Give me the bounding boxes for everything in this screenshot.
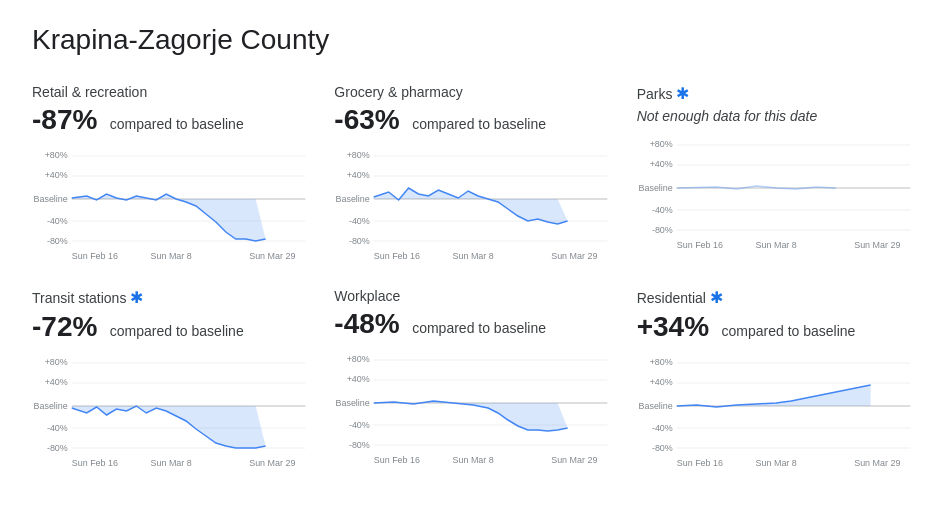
svg-text:Sun Mar 29: Sun Mar 29 <box>854 458 900 468</box>
svg-text:-80%: -80% <box>47 443 68 453</box>
residential-chart: +80% +40% Baseline -40% -80% Sun Feb 16 … <box>637 351 915 471</box>
parks-title-text: Parks <box>637 86 673 102</box>
cards-grid: Retail & recreation -87% compared to bas… <box>32 80 915 475</box>
svg-text:Baseline: Baseline <box>33 401 67 411</box>
svg-text:Sun Mar 8: Sun Mar 8 <box>453 251 494 261</box>
card-transit: Transit stations ✱ -72% compared to base… <box>32 284 310 475</box>
svg-text:+40%: +40% <box>45 170 68 180</box>
svg-text:-80%: -80% <box>349 236 370 246</box>
svg-text:+80%: +80% <box>45 357 68 367</box>
transit-title-text: Transit stations <box>32 290 126 306</box>
parks-asterisk: ✱ <box>676 84 689 103</box>
svg-text:Sun Feb 16: Sun Feb 16 <box>374 455 420 465</box>
transit-subtitle: compared to baseline <box>110 323 244 339</box>
retail-chart: +80% +40% Baseline -40% -80% Sun Feb 16 … <box>32 144 310 264</box>
workplace-title-text: Workplace <box>334 288 400 304</box>
grocery-value: -63% <box>334 104 399 135</box>
svg-text:Sun Feb 16: Sun Feb 16 <box>374 251 420 261</box>
card-title-workplace: Workplace <box>334 288 612 304</box>
svg-text:Sun Feb 16: Sun Feb 16 <box>676 458 722 468</box>
transit-value: -72% <box>32 311 97 342</box>
residential-asterisk: ✱ <box>710 288 723 307</box>
card-title-residential: Residential ✱ <box>637 288 915 307</box>
svg-text:+40%: +40% <box>347 170 370 180</box>
svg-text:Sun Mar 8: Sun Mar 8 <box>755 240 796 250</box>
svg-text:Sun Mar 8: Sun Mar 8 <box>755 458 796 468</box>
svg-text:-40%: -40% <box>349 420 370 430</box>
svg-text:Baseline: Baseline <box>336 398 370 408</box>
svg-text:Baseline: Baseline <box>33 194 67 204</box>
card-title-retail: Retail & recreation <box>32 84 310 100</box>
svg-text:+80%: +80% <box>347 150 370 160</box>
svg-text:+80%: +80% <box>649 357 672 367</box>
residential-value: +34% <box>637 311 709 342</box>
card-workplace: Workplace -48% compared to baseline +80%… <box>334 284 612 475</box>
grocery-title-text: Grocery & pharmacy <box>334 84 462 100</box>
card-grocery: Grocery & pharmacy -63% compared to base… <box>334 80 612 268</box>
svg-text:Sun Mar 29: Sun Mar 29 <box>552 455 598 465</box>
svg-text:Baseline: Baseline <box>638 183 672 193</box>
svg-text:+40%: +40% <box>649 377 672 387</box>
svg-text:+80%: +80% <box>347 354 370 364</box>
card-parks: Parks ✱ Not enough data for this date +8… <box>637 80 915 268</box>
svg-text:Sun Mar 29: Sun Mar 29 <box>854 240 900 250</box>
svg-text:+80%: +80% <box>45 150 68 160</box>
residential-subtitle: compared to baseline <box>722 323 856 339</box>
svg-text:+40%: +40% <box>347 374 370 384</box>
svg-text:Baseline: Baseline <box>336 194 370 204</box>
retail-subtitle: compared to baseline <box>110 116 244 132</box>
parks-not-enough: Not enough data for this date <box>637 108 818 124</box>
svg-text:Sun Feb 16: Sun Feb 16 <box>676 240 722 250</box>
workplace-value: -48% <box>334 308 399 339</box>
retail-title-text: Retail & recreation <box>32 84 147 100</box>
card-retail: Retail & recreation -87% compared to bas… <box>32 80 310 268</box>
residential-title-text: Residential <box>637 290 706 306</box>
svg-text:-40%: -40% <box>47 423 68 433</box>
svg-text:-40%: -40% <box>652 423 673 433</box>
svg-text:Sun Feb 16: Sun Feb 16 <box>72 251 118 261</box>
svg-text:-40%: -40% <box>349 216 370 226</box>
card-title-parks: Parks ✱ <box>637 84 915 103</box>
svg-text:-40%: -40% <box>652 205 673 215</box>
workplace-subtitle: compared to baseline <box>412 320 546 336</box>
grocery-subtitle: compared to baseline <box>412 116 546 132</box>
parks-chart: +80% +40% Baseline -40% -80% Sun Feb 16 … <box>637 133 915 253</box>
svg-text:Sun Mar 8: Sun Mar 8 <box>453 455 494 465</box>
svg-text:+40%: +40% <box>45 377 68 387</box>
transit-asterisk: ✱ <box>130 288 143 307</box>
svg-text:-80%: -80% <box>652 443 673 453</box>
svg-text:Sun Feb 16: Sun Feb 16 <box>72 458 118 468</box>
card-title-transit: Transit stations ✱ <box>32 288 310 307</box>
workplace-chart: +80% +40% Baseline -40% -80% Sun Feb 16 … <box>334 348 612 468</box>
svg-text:-80%: -80% <box>652 225 673 235</box>
svg-text:Sun Mar 8: Sun Mar 8 <box>151 458 192 468</box>
svg-text:Sun Mar 29: Sun Mar 29 <box>249 458 295 468</box>
svg-text:Sun Mar 8: Sun Mar 8 <box>151 251 192 261</box>
svg-text:+80%: +80% <box>649 139 672 149</box>
svg-text:+40%: +40% <box>649 159 672 169</box>
retail-value: -87% <box>32 104 97 135</box>
svg-text:Baseline: Baseline <box>638 401 672 411</box>
svg-text:-80%: -80% <box>47 236 68 246</box>
card-title-grocery: Grocery & pharmacy <box>334 84 612 100</box>
transit-chart: +80% +40% Baseline -40% -80% Sun Feb 16 … <box>32 351 310 471</box>
svg-text:-80%: -80% <box>349 440 370 450</box>
svg-text:Sun Mar 29: Sun Mar 29 <box>552 251 598 261</box>
grocery-chart: +80% +40% Baseline -40% -80% Sun Feb 16 … <box>334 144 612 264</box>
page-title: Krapina-Zagorje County <box>32 24 915 56</box>
svg-text:-40%: -40% <box>47 216 68 226</box>
svg-text:Sun Mar 29: Sun Mar 29 <box>249 251 295 261</box>
card-residential: Residential ✱ +34% compared to baseline … <box>637 284 915 475</box>
